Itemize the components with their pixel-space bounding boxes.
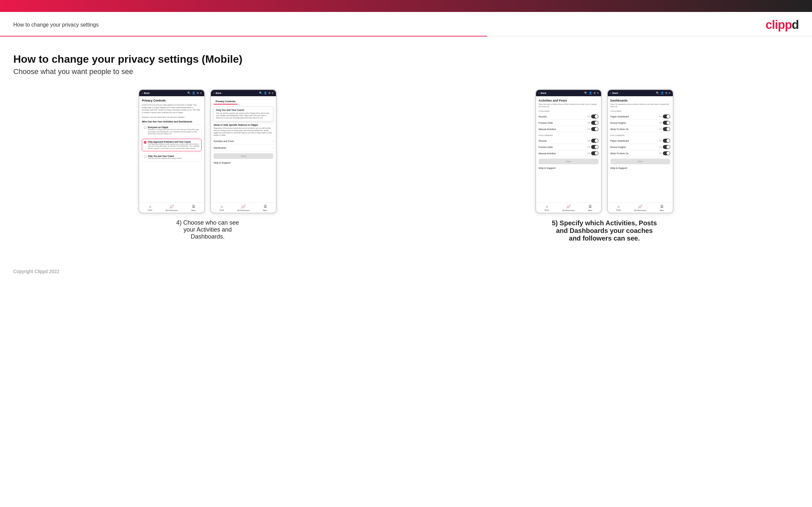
screen1-body2: However, you can control who can see you… (142, 116, 202, 119)
option-everyone[interactable]: Everyone on Clippd Everyone on Clippd ca… (142, 124, 202, 137)
nav-home-3[interactable]: ⌂ Home (536, 203, 558, 213)
rounds-label-coaches: Rounds (539, 115, 547, 118)
phone-bottomnav-2: ⌂ Home 📈 My Performance ☰ Menu (211, 203, 276, 213)
toggle-wrap-rounds-coaches: ON (588, 114, 599, 118)
user-icon-4[interactable]: 👤 (661, 92, 664, 95)
settings-icon-1[interactable]: ⚙ (197, 92, 199, 95)
chart-icon-3: 📈 (566, 205, 571, 209)
group-screens-3-4: ‹ Back 🔍 👤 ⚙ ▾ Activities and Posts Sele… (410, 89, 799, 242)
toggle-rounds-coaches-btn[interactable] (591, 114, 599, 118)
option-approved[interactable]: Only Approved Followers and Your Coach O… (142, 139, 202, 152)
drills-label-coaches: Practice Drills (539, 122, 553, 124)
nav-home-4[interactable]: ⌂ Home (608, 203, 629, 213)
chevron-right-dashboards: › (273, 146, 274, 149)
nav-performance-1[interactable]: 📈 My Performance (161, 203, 183, 213)
chevron-left-icon-3: ‹ (539, 92, 539, 94)
toggle-wrap-rounds-followers: ON (588, 139, 599, 143)
menu-icon-2: ☰ (264, 205, 267, 209)
topbar-icons-2: 🔍 👤 ⚙ ▾ (259, 92, 273, 95)
nav-performance-3[interactable]: 📈 My Performance (558, 203, 579, 213)
option-only-you[interactable]: Only You and Your Coach Only you and the… (142, 153, 202, 162)
nav-home-1[interactable]: ⌂ Home (139, 203, 161, 213)
settings-icon-2[interactable]: ⚙ (268, 92, 271, 95)
phone-bottomnav-3: ⌂ Home 📈 My Performance ☰ Menu (536, 203, 601, 213)
settings-icon-4[interactable]: ⚙ (665, 92, 667, 95)
double-phones-1-2: ‹ Back 🔍 👤 ⚙ ▾ Privacy Controls Control … (139, 89, 276, 213)
save-button-4[interactable]: Save (610, 159, 670, 164)
nav-home-label-4: Home (616, 209, 621, 211)
chevron-down-icon-1[interactable]: ▾ (200, 92, 202, 95)
header: How to change your privacy settings clip… (0, 12, 812, 36)
search-icon-4[interactable]: 🔍 (656, 92, 659, 95)
topbar-icons-1: 🔍 👤 ⚙ ▾ (187, 92, 202, 95)
phone-back-2[interactable]: ‹ Back (213, 92, 221, 94)
chevron-down-icon-2[interactable]: ▾ (272, 92, 273, 95)
radio-dot-3 (144, 155, 146, 158)
toggle-wrap-wtwo-coaches: ON (659, 127, 670, 131)
toggle-wrap-ri-coaches: ON (659, 121, 670, 125)
toggle-on-text-10: ON (659, 140, 662, 142)
rounds-label-followers: Rounds (539, 140, 547, 142)
search-icon-1[interactable]: 🔍 (187, 92, 191, 95)
settings-icon-3[interactable]: ⚙ (594, 92, 596, 95)
user-icon-1[interactable]: 👤 (192, 92, 195, 95)
menu-icon-4: ☰ (660, 205, 664, 209)
toggle-ri-followers-btn[interactable] (663, 145, 670, 149)
chevron-left-icon-2: ‹ (213, 92, 214, 94)
group-screens-1-2: ‹ Back 🔍 👤 ⚙ ▾ Privacy Controls Control … (13, 89, 402, 240)
toggle-manual-followers: Manual Activities ON (539, 150, 599, 157)
player-dash-label-coaches: Player Dashboard (610, 115, 629, 118)
nav-home-2[interactable]: ⌂ Home (211, 203, 233, 213)
user-icon-3[interactable]: 👤 (589, 92, 592, 95)
toggle-on-text-12: ON (659, 152, 662, 154)
menu-row-dashboards[interactable]: Dashboards › (213, 145, 273, 151)
toggle-rounds-followers: Rounds ON (539, 138, 599, 144)
phone-back-1[interactable]: ‹ Back (142, 92, 149, 94)
help-section-2: Help & Support (213, 160, 273, 165)
search-icon-3[interactable]: 🔍 (584, 92, 588, 95)
toggle-ri-coaches-btn[interactable] (663, 121, 670, 125)
phone-back-3[interactable]: ‹ Back (539, 92, 546, 94)
nav-performance-2[interactable]: 📈 My Performance (233, 203, 254, 213)
phone-topbar-3: ‹ Back 🔍 👤 ⚙ ▾ (536, 90, 601, 96)
phone-topbar-2: ‹ Back 🔍 👤 ⚙ ▾ (211, 90, 276, 96)
toggle-wtwo-followers-btn[interactable] (663, 151, 670, 155)
chevron-down-icon-3[interactable]: ▾ (597, 92, 599, 95)
nav-menu-label-1: Menu (191, 209, 196, 211)
toggle-rounds-followers-btn[interactable] (591, 139, 599, 143)
menu-icon-1: ☰ (192, 205, 195, 209)
toggle-drills-coaches-btn[interactable] (591, 121, 599, 125)
home-icon-4: ⌂ (617, 205, 620, 208)
toggle-manual-coaches-btn[interactable] (591, 127, 599, 131)
chevron-down-icon-4[interactable]: ▾ (669, 92, 670, 95)
nav-menu-2[interactable]: ☰ Menu (254, 203, 276, 213)
toggle-player-coaches-btn[interactable] (663, 114, 670, 118)
double-phones-3-4: ‹ Back 🔍 👤 ⚙ ▾ Activities and Posts Sele… (536, 89, 673, 213)
nav-menu-4[interactable]: ☰ Menu (651, 203, 672, 213)
option2-text: Only Approved Followers and Your Coach O… (148, 141, 200, 150)
toggle-wrap-drills-followers: ON (588, 145, 599, 149)
logo: clippd (765, 18, 799, 32)
menu-row-activities[interactable]: Activities and Posts › (213, 138, 273, 145)
toggle-drills-followers-btn[interactable] (591, 145, 599, 149)
menu-activities-label: Activities and Posts (213, 140, 234, 143)
toggle-wtwo-coaches-btn[interactable] (663, 127, 670, 131)
nav-menu-1[interactable]: ☰ Menu (183, 203, 204, 213)
caption-4: 4) Choose who can see your Activities an… (171, 219, 244, 240)
nav-menu-3[interactable]: ☰ Menu (579, 203, 601, 213)
save-button-3[interactable]: Save (539, 159, 599, 164)
phone-content-1: Privacy Controls Control how you and you… (139, 96, 204, 203)
nav-menu-label-2: Menu (263, 209, 267, 211)
user-icon-2[interactable]: 👤 (264, 92, 267, 95)
coaches-label-4: COACHES (610, 110, 670, 112)
search-icon-2[interactable]: 🔍 (259, 92, 262, 95)
screen4-title: Dashboards (610, 99, 670, 102)
toggle-wrap-manual-followers: ON (588, 151, 599, 155)
phone-back-4[interactable]: ‹ Back (610, 92, 618, 94)
nav-performance-4[interactable]: 📈 My Performance (629, 203, 651, 213)
save-button-2[interactable]: Save (213, 153, 273, 159)
toggle-manual-followers-btn[interactable] (591, 151, 599, 155)
radio-dot-1 (144, 126, 146, 129)
nav-menu-label-4: Menu (660, 209, 664, 211)
toggle-player-followers-btn[interactable] (663, 139, 670, 143)
